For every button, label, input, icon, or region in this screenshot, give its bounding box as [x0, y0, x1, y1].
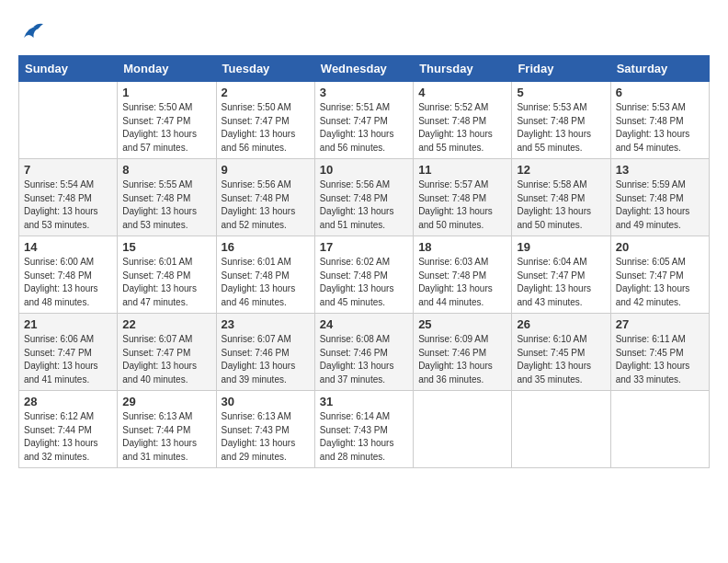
calendar-cell: 9Sunrise: 5:56 AMSunset: 7:48 PMDaylight…	[216, 159, 314, 236]
day-number: 3	[320, 86, 408, 99]
calendar-cell: 24Sunrise: 6:08 AMSunset: 7:46 PMDayligh…	[314, 314, 413, 391]
day-header-thursday: Thursday	[414, 56, 512, 82]
week-row-2: 7Sunrise: 5:54 AMSunset: 7:48 PMDaylight…	[19, 159, 710, 236]
day-number: 28	[24, 395, 112, 408]
day-info: Sunrise: 6:01 AMSunset: 7:48 PMDaylight:…	[222, 256, 310, 309]
day-info: Sunrise: 5:56 AMSunset: 7:48 PMDaylight:…	[320, 178, 408, 232]
day-number: 10	[320, 163, 408, 177]
day-number: 26	[517, 317, 605, 331]
calendar-cell: 26Sunrise: 6:10 AMSunset: 7:45 PMDayligh…	[512, 314, 610, 391]
header-row: SundayMondayTuesdayWednesdayThursdayFrid…	[19, 56, 710, 82]
day-number: 20	[616, 240, 704, 254]
calendar-cell: 25Sunrise: 6:09 AMSunset: 7:46 PMDayligh…	[414, 314, 512, 391]
day-info: Sunrise: 6:10 AMSunset: 7:45 PMDaylight:…	[517, 333, 605, 386]
calendar-cell	[610, 391, 709, 468]
day-info: Sunrise: 5:53 AMSunset: 7:48 PMDaylight:…	[517, 101, 605, 155]
day-info: Sunrise: 6:03 AMSunset: 7:48 PMDaylight:…	[418, 256, 506, 309]
day-info: Sunrise: 6:06 AMSunset: 7:47 PMDaylight:…	[24, 333, 112, 386]
day-info: Sunrise: 6:07 AMSunset: 7:46 PMDaylight:…	[222, 333, 310, 386]
day-info: Sunrise: 6:09 AMSunset: 7:46 PMDaylight:…	[418, 333, 506, 386]
day-number: 27	[616, 317, 704, 331]
day-header-monday: Monday	[118, 56, 216, 82]
day-number: 30	[222, 395, 310, 408]
day-info: Sunrise: 5:53 AMSunset: 7:48 PMDaylight:…	[616, 101, 704, 155]
day-info: Sunrise: 6:14 AMSunset: 7:43 PMDaylight:…	[320, 410, 408, 464]
calendar-cell: 23Sunrise: 6:07 AMSunset: 7:46 PMDayligh…	[216, 314, 314, 391]
calendar-cell: 3Sunrise: 5:51 AMSunset: 7:47 PMDaylight…	[314, 82, 413, 159]
day-number: 11	[418, 163, 506, 177]
day-number: 21	[24, 317, 112, 331]
day-info: Sunrise: 5:50 AMSunset: 7:47 PMDaylight:…	[222, 101, 310, 155]
calendar-cell: 29Sunrise: 6:13 AMSunset: 7:44 PMDayligh…	[118, 391, 216, 468]
day-info: Sunrise: 6:13 AMSunset: 7:43 PMDaylight:…	[222, 410, 310, 464]
day-info: Sunrise: 5:50 AMSunset: 7:47 PMDaylight:…	[122, 101, 210, 155]
day-header-saturday: Saturday	[610, 56, 709, 82]
calendar-cell: 4Sunrise: 5:52 AMSunset: 7:48 PMDaylight…	[414, 82, 512, 159]
day-number: 31	[320, 395, 408, 408]
calendar-cell: 8Sunrise: 5:55 AMSunset: 7:48 PMDaylight…	[118, 159, 216, 236]
day-info: Sunrise: 6:13 AMSunset: 7:44 PMDaylight:…	[122, 410, 210, 464]
calendar-cell: 1Sunrise: 5:50 AMSunset: 7:47 PMDaylight…	[118, 82, 216, 159]
calendar-cell: 14Sunrise: 6:00 AMSunset: 7:48 PMDayligh…	[19, 236, 118, 314]
day-info: Sunrise: 6:04 AMSunset: 7:47 PMDaylight:…	[517, 256, 605, 309]
day-info: Sunrise: 5:57 AMSunset: 7:48 PMDaylight:…	[418, 178, 506, 232]
calendar-cell: 19Sunrise: 6:04 AMSunset: 7:47 PMDayligh…	[512, 236, 610, 314]
day-info: Sunrise: 6:12 AMSunset: 7:44 PMDaylight:…	[24, 410, 112, 464]
calendar-cell: 11Sunrise: 5:57 AMSunset: 7:48 PMDayligh…	[414, 159, 512, 236]
day-info: Sunrise: 5:54 AMSunset: 7:48 PMDaylight:…	[24, 178, 112, 232]
day-info: Sunrise: 6:01 AMSunset: 7:48 PMDaylight:…	[122, 256, 210, 309]
day-info: Sunrise: 5:56 AMSunset: 7:48 PMDaylight:…	[222, 178, 310, 232]
day-info: Sunrise: 6:02 AMSunset: 7:48 PMDaylight:…	[320, 256, 408, 309]
calendar-cell: 28Sunrise: 6:12 AMSunset: 7:44 PMDayligh…	[19, 391, 118, 468]
day-number: 12	[517, 163, 605, 177]
day-header-friday: Friday	[512, 56, 610, 82]
day-info: Sunrise: 5:51 AMSunset: 7:47 PMDaylight:…	[320, 101, 408, 155]
day-number: 6	[616, 86, 704, 99]
calendar-cell: 7Sunrise: 5:54 AMSunset: 7:48 PMDaylight…	[19, 159, 118, 236]
day-number: 25	[418, 317, 506, 331]
day-number: 13	[616, 163, 704, 177]
calendar-cell: 17Sunrise: 6:02 AMSunset: 7:48 PMDayligh…	[314, 236, 413, 314]
day-number: 4	[418, 86, 506, 99]
day-info: Sunrise: 5:52 AMSunset: 7:48 PMDaylight:…	[418, 101, 506, 155]
calendar-cell: 12Sunrise: 5:58 AMSunset: 7:48 PMDayligh…	[512, 159, 610, 236]
day-number: 18	[418, 240, 506, 254]
calendar-cell: 31Sunrise: 6:14 AMSunset: 7:43 PMDayligh…	[314, 391, 413, 468]
day-number: 14	[24, 240, 112, 254]
calendar-cell	[414, 391, 512, 468]
calendar-cell: 5Sunrise: 5:53 AMSunset: 7:48 PMDaylight…	[512, 82, 610, 159]
week-row-3: 14Sunrise: 6:00 AMSunset: 7:48 PMDayligh…	[19, 236, 710, 314]
day-info: Sunrise: 5:59 AMSunset: 7:48 PMDaylight:…	[616, 178, 704, 232]
calendar-cell: 10Sunrise: 5:56 AMSunset: 7:48 PMDayligh…	[314, 159, 413, 236]
day-number: 17	[320, 240, 408, 254]
day-number: 19	[517, 240, 605, 254]
day-number: 2	[222, 86, 310, 99]
logo-icon	[18, 18, 46, 46]
day-info: Sunrise: 5:58 AMSunset: 7:48 PMDaylight:…	[517, 178, 605, 232]
calendar-cell: 13Sunrise: 5:59 AMSunset: 7:48 PMDayligh…	[610, 159, 709, 236]
day-info: Sunrise: 6:07 AMSunset: 7:47 PMDaylight:…	[122, 333, 210, 386]
logo	[18, 18, 50, 46]
day-info: Sunrise: 5:55 AMSunset: 7:48 PMDaylight:…	[122, 178, 210, 232]
day-header-sunday: Sunday	[19, 56, 118, 82]
calendar-cell: 2Sunrise: 5:50 AMSunset: 7:47 PMDaylight…	[216, 82, 314, 159]
day-number: 29	[122, 395, 210, 408]
day-number: 8	[122, 163, 210, 177]
day-header-wednesday: Wednesday	[314, 56, 413, 82]
day-info: Sunrise: 6:05 AMSunset: 7:47 PMDaylight:…	[616, 256, 704, 309]
day-info: Sunrise: 6:00 AMSunset: 7:48 PMDaylight:…	[24, 256, 112, 309]
page-header	[18, 18, 710, 46]
calendar-cell: 27Sunrise: 6:11 AMSunset: 7:45 PMDayligh…	[610, 314, 709, 391]
day-number: 23	[222, 317, 310, 331]
day-number: 16	[222, 240, 310, 254]
day-info: Sunrise: 6:11 AMSunset: 7:45 PMDaylight:…	[616, 333, 704, 386]
day-number: 5	[517, 86, 605, 99]
day-number: 15	[122, 240, 210, 254]
calendar-cell: 16Sunrise: 6:01 AMSunset: 7:48 PMDayligh…	[216, 236, 314, 314]
calendar-cell: 6Sunrise: 5:53 AMSunset: 7:48 PMDaylight…	[610, 82, 709, 159]
day-number: 22	[122, 317, 210, 331]
day-header-tuesday: Tuesday	[216, 56, 314, 82]
day-number: 7	[24, 163, 112, 177]
calendar-cell: 18Sunrise: 6:03 AMSunset: 7:48 PMDayligh…	[414, 236, 512, 314]
calendar-cell: 20Sunrise: 6:05 AMSunset: 7:47 PMDayligh…	[610, 236, 709, 314]
